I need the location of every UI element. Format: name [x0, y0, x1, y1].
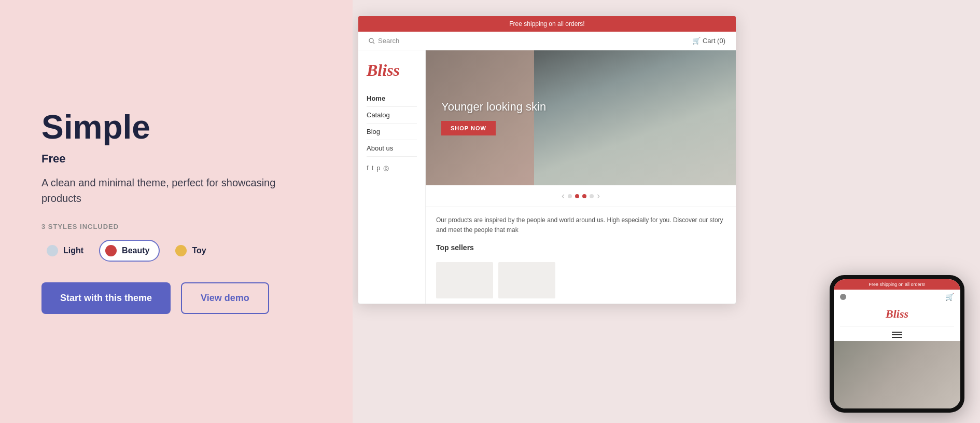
mobile-hero	[834, 341, 960, 408]
page-dot-3[interactable]	[582, 194, 586, 198]
theme-title: Simple	[41, 109, 311, 145]
theme-description: A clean and minimal theme, perfect for s…	[41, 175, 290, 206]
mobile-cart-icon: 🛒	[945, 293, 954, 301]
nav-blog[interactable]: Blog	[367, 124, 417, 140]
mobile-menu-icon[interactable]	[834, 329, 960, 341]
toy-label: Toy	[192, 246, 206, 255]
desktop-pagination: ‹ ›	[426, 185, 736, 207]
mobile-inner: Free shipping on all orders! 🛒 Bliss	[834, 279, 960, 408]
nav-catalog[interactable]: Catalog	[367, 107, 417, 124]
start-theme-button[interactable]: Start with this theme	[41, 282, 171, 314]
theme-price: Free	[41, 152, 311, 166]
desktop-mockup: Free shipping on all orders! Search 🛒 Ca…	[358, 16, 736, 304]
mobile-logo: Bliss	[834, 304, 960, 324]
style-option-toy[interactable]: Toy	[170, 241, 211, 261]
hero-image	[534, 50, 736, 185]
desktop-sidebar: Bliss Home Catalog Blog About us f t p ◎	[358, 50, 426, 304]
next-arrow[interactable]: ›	[597, 190, 600, 201]
desktop-announcement: Free shipping on all orders!	[358, 16, 736, 32]
twitter-icon: t	[372, 164, 374, 172]
toy-dot	[175, 245, 187, 256]
page-dot-1[interactable]	[568, 194, 572, 198]
desktop-hero: Younger looking skin SHOP NOW	[426, 50, 736, 185]
desktop-body: Bliss Home Catalog Blog About us f t p ◎…	[358, 50, 736, 304]
product-card-2	[498, 262, 555, 298]
light-dot	[47, 245, 58, 256]
action-buttons: Start with this theme View demo	[41, 282, 311, 314]
mobile-search-icon	[840, 294, 846, 300]
mobile-mockup: Free shipping on all orders! 🛒 Bliss	[830, 275, 964, 413]
mobile-topbar: 🛒	[834, 290, 960, 304]
nav-about[interactable]: About us	[367, 140, 417, 157]
light-label: Light	[63, 246, 83, 255]
svg-point-0	[369, 38, 373, 43]
hero-content: Younger looking skin SHOP NOW	[426, 85, 562, 151]
svg-line-1	[373, 42, 375, 44]
desktop-sellers-label: Top sellers	[426, 243, 736, 257]
menu-line-2	[892, 334, 902, 335]
social-icons: f t p ◎	[367, 164, 417, 172]
view-demo-button[interactable]: View demo	[181, 282, 269, 314]
beauty-dot	[105, 245, 117, 256]
page-dot-4[interactable]	[590, 194, 594, 198]
desktop-cart: 🛒 Cart (0)	[692, 37, 725, 45]
style-options: Light Beauty Toy	[41, 240, 311, 262]
style-option-beauty[interactable]: Beauty	[99, 240, 160, 262]
pinterest-icon: p	[376, 164, 380, 172]
mobile-divider	[840, 326, 954, 326]
desktop-main: Younger looking skin SHOP NOW ‹ › Our pr…	[426, 50, 736, 304]
desktop-product-grid	[426, 257, 736, 304]
desktop-description: Our products are inspired by the people …	[426, 207, 736, 243]
instagram-icon: ◎	[383, 164, 389, 172]
prev-arrow[interactable]: ‹	[562, 190, 565, 201]
desktop-search: Search	[369, 37, 399, 45]
facebook-icon: f	[367, 164, 369, 172]
search-label: Search	[378, 37, 399, 45]
desktop-logo: Bliss	[367, 61, 417, 80]
product-card-1	[436, 262, 493, 298]
beauty-label: Beauty	[122, 246, 149, 255]
styles-label: 3 STYLES INCLUDED	[41, 223, 311, 230]
left-panel: Simple Free A clean and minimal theme, p…	[0, 0, 353, 423]
menu-line-3	[892, 337, 902, 338]
page-dot-2[interactable]	[575, 194, 579, 198]
hero-headline: Younger looking skin	[441, 100, 546, 114]
desktop-topbar: Search 🛒 Cart (0)	[358, 32, 736, 50]
right-panel: Free shipping on all orders! Search 🛒 Ca…	[353, 0, 980, 423]
hero-shop-button[interactable]: SHOP NOW	[441, 121, 496, 135]
menu-line-1	[892, 332, 902, 333]
mobile-announcement: Free shipping on all orders!	[834, 279, 960, 290]
nav-home[interactable]: Home	[367, 90, 417, 107]
style-option-light[interactable]: Light	[41, 241, 89, 261]
search-icon	[369, 38, 375, 44]
